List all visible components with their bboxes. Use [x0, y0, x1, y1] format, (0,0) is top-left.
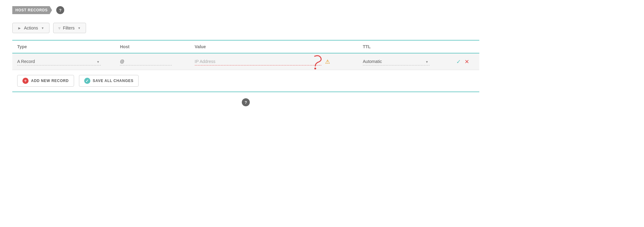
filters-button[interactable]: ▿ Filters ▼	[53, 23, 86, 33]
row-actions-cell: ✓ ✕	[451, 53, 479, 70]
bottom-action-bar: + ADD NEW RECORD ✓ SAVE ALL CHANGES	[12, 70, 479, 92]
table-body: A Record AAAA Record CNAME Record MX Rec…	[12, 53, 479, 70]
filters-label: Filters	[63, 25, 75, 30]
footer-help-icon[interactable]: ?	[242, 98, 250, 106]
col-header-host: Host	[115, 41, 190, 53]
filters-chevron-icon: ▼	[78, 26, 81, 30]
records-table: Type Host Value TTL A Record AAAA Record…	[12, 41, 479, 70]
cancel-row-button[interactable]: ✕	[465, 58, 469, 65]
filters-funnel-icon: ▿	[58, 26, 61, 30]
actions-play-icon: ►	[18, 26, 22, 30]
type-select-wrapper[interactable]: A Record AAAA Record CNAME Record MX Rec…	[17, 58, 101, 65]
type-cell: A Record AAAA Record CNAME Record MX Rec…	[12, 53, 115, 70]
section-header: HOST RECORDS ?	[12, 6, 479, 14]
col-header-ttl: TTL	[358, 41, 451, 53]
save-all-changes-button[interactable]: ✓ SAVE ALL CHANGES	[79, 75, 139, 87]
page-container: HOST RECORDS ? ► Actions ▼ ▿ Filters ▼ T…	[0, 0, 492, 119]
save-label: SAVE ALL CHANGES	[93, 79, 134, 83]
actions-chevron-icon: ▼	[41, 26, 44, 30]
add-new-record-button[interactable]: + ADD NEW RECORD	[17, 75, 74, 87]
value-cell: ⚠	[190, 53, 358, 70]
confirm-row-button[interactable]: ✓	[456, 58, 461, 65]
toolbar: ► Actions ▼ ▿ Filters ▼	[12, 23, 479, 33]
col-header-value: Value	[190, 41, 358, 53]
value-wrapper: ⚠	[195, 58, 353, 65]
col-header-actions	[451, 41, 479, 53]
header-row: Type Host Value TTL	[12, 41, 479, 53]
type-select[interactable]: A Record AAAA Record CNAME Record MX Rec…	[17, 58, 101, 65]
col-header-type: Type	[12, 41, 115, 53]
host-cell	[115, 53, 190, 70]
section-title: HOST RECORDS	[12, 6, 52, 14]
ttl-cell: Automatic 1 minute 5 minutes 30 minutes …	[358, 53, 451, 70]
table-header: Type Host Value TTL	[12, 41, 479, 53]
svg-point-0	[314, 68, 316, 69]
host-input[interactable]	[120, 58, 172, 65]
row-actions: ✓ ✕	[456, 58, 474, 65]
ttl-select-wrapper[interactable]: Automatic 1 minute 5 minutes 30 minutes …	[363, 58, 430, 65]
add-record-label: ADD NEW RECORD	[31, 79, 69, 83]
plus-icon: +	[22, 78, 29, 84]
table-row: A Record AAAA Record CNAME Record MX Rec…	[12, 53, 479, 70]
actions-label: Actions	[24, 25, 38, 30]
ttl-select[interactable]: Automatic 1 minute 5 minutes 30 minutes …	[363, 58, 430, 65]
help-icon-header[interactable]: ?	[56, 6, 64, 14]
actions-button[interactable]: ► Actions ▼	[12, 23, 49, 33]
footer-area: ?	[12, 92, 479, 112]
save-check-icon: ✓	[84, 78, 90, 84]
warning-icon: ⚠	[325, 58, 330, 65]
ip-address-input[interactable]	[195, 58, 321, 65]
